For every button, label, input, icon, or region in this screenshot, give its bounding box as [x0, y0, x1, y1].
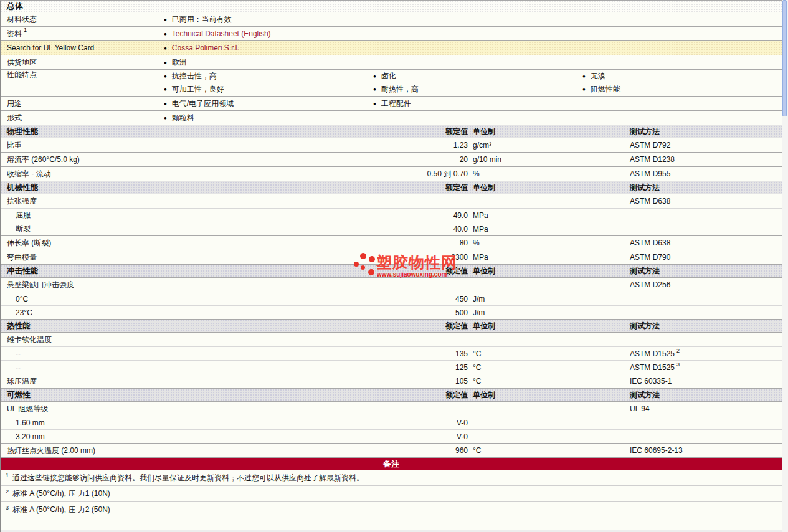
footnote-text: 通过这些链接您能够访问供应商资料。我们尽量保证及时更新资料；不过您可以从供应商处…: [12, 473, 364, 483]
bullet-text: 欧洲: [172, 57, 187, 68]
property-unit: MPa: [468, 253, 630, 262]
bullet-item: ●阻燃性能: [582, 83, 788, 96]
bullet-icon: ●: [164, 31, 167, 37]
property-value: 450: [250, 295, 468, 303]
general-rows: 材料状态●已商用：当前有效资料1●Technical Datasheet (En…: [1, 12, 782, 125]
bullet-icon: ●: [373, 101, 376, 107]
property-row: 热灯丝点火温度 (2.00 mm)960°CIEC 60695-2-13: [1, 443, 782, 457]
property-unit: %: [468, 239, 630, 247]
row-label-text: Search for UL Yellow Card: [7, 44, 94, 52]
bullet-icon: ●: [164, 45, 167, 51]
row-label[interactable]: Search for UL Yellow Card: [1, 44, 160, 52]
unit-header: 单位制: [468, 321, 630, 331]
row-label: 性能特点: [1, 70, 160, 80]
bullet-item: ●无溴: [582, 70, 788, 83]
unit-header: 单位制: [468, 390, 630, 401]
scrollbar-thumb[interactable]: [782, 0, 787, 116]
test-method-header: 测试方法: [630, 266, 782, 277]
property-sections: 物理性能额定值单位制测试方法比重1.23g/cm³ASTM D792熔流率 (2…: [1, 125, 782, 457]
property-row: 3.20 mmV-0: [1, 429, 782, 443]
property-value: 2300: [250, 253, 468, 262]
test-method: ASTM D955: [630, 169, 782, 178]
section-title: 热性能: [1, 321, 250, 331]
bullet-text: 工程配件: [381, 98, 411, 109]
test-method-header: 测试方法: [630, 390, 782, 401]
property-value: V-0: [250, 432, 468, 441]
bullet-item: ●可加工性，良好: [164, 83, 369, 96]
section-title: 物理性能: [1, 126, 250, 137]
property-row: 断裂40.0MPa: [1, 222, 782, 235]
property-name: 断裂: [1, 224, 250, 234]
property-unit: °C: [468, 349, 630, 358]
section-header: 冲击性能额定值单位制测试方法: [1, 264, 782, 277]
property-value: 1.23: [250, 141, 468, 150]
row-label: 资料1: [1, 29, 160, 39]
property-row: 熔流率 (260°C/5.0 kg)20g/10 minASTM D1238: [1, 152, 782, 166]
property-unit: J/m: [468, 295, 630, 303]
unit-header: 单位制: [468, 126, 630, 137]
link[interactable]: Technical Datasheet (English): [172, 29, 271, 38]
rated-value-header: 额定值: [250, 321, 468, 331]
section-header: 物理性能额定值单位制测试方法: [1, 125, 782, 138]
property-row: 维卡软化温度: [1, 332, 782, 346]
property-row: 抗张强度ASTM D638: [1, 194, 782, 208]
section-header: 可燃性额定值单位制测试方法: [1, 388, 782, 401]
property-name: 伸长率 (断裂): [1, 238, 250, 249]
bullet-item: ●工程配件: [373, 97, 579, 110]
row-label-text: 性能特点: [7, 70, 37, 79]
bullet-column: ●颗粒料: [160, 112, 369, 125]
bullet-column: ●工程配件: [369, 97, 579, 110]
test-method: ASTM D638: [630, 239, 782, 247]
link[interactable]: Cossa Polimeri S.r.l.: [172, 44, 239, 52]
bullet-text: 阻燃性能: [591, 84, 620, 95]
test-method-header: 测试方法: [630, 183, 782, 193]
bullet-item: ●欧洲: [164, 56, 369, 69]
property-name: 悬壁梁缺口冲击强度: [1, 280, 250, 290]
property-name: --: [1, 349, 250, 358]
bullet-icon: ●: [582, 87, 586, 92]
bullet-column: ●电气/电子应用领域: [160, 97, 369, 110]
general-row: 供货地区●欧洲: [1, 55, 782, 69]
bullet-column: ●抗撞击性，高●可加工性，良好: [160, 70, 369, 96]
test-method: ASTM D790: [630, 253, 782, 262]
property-value: 135: [250, 349, 468, 358]
bullet-text: 可加工性，良好: [172, 84, 224, 95]
property-value: 960: [250, 446, 468, 455]
test-method-header: 测试方法: [630, 126, 782, 137]
property-value: 105: [250, 377, 468, 386]
test-method: IEC 60335-1: [630, 377, 782, 386]
footnote-ref: 3: [676, 361, 680, 368]
property-row: UL 阻燃等级UL 94: [1, 401, 782, 416]
property-unit: MPa: [468, 225, 630, 234]
property-value: 0.50 到 0.70: [250, 169, 468, 179]
test-method-header: 测试方法: [630, 321, 782, 331]
unit-header: 单位制: [468, 183, 630, 193]
row-label-text: 资料: [7, 29, 22, 38]
bottom-band: [1, 530, 782, 532]
test-method: ASTM D792: [630, 141, 782, 150]
property-unit: J/m: [468, 308, 630, 317]
test-method: ASTM D638: [630, 197, 782, 206]
bullet-text: 无溴: [591, 71, 605, 82]
datasheet-table: 总体 材料状态●已商用：当前有效资料1●Technical Datasheet …: [0, 0, 782, 532]
footnote-text: 标准 A (50°C/h), 压 力2 (50N): [12, 505, 110, 515]
bullet-icon: ●: [164, 74, 167, 79]
general-row: 材料状态●已商用：当前有效: [1, 12, 782, 26]
bullet-text: 耐热性，高: [381, 84, 419, 95]
bullet-text: 颗粒料: [172, 113, 194, 123]
property-name: 热灯丝点火温度 (2.00 mm): [1, 445, 250, 456]
property-name: 1.60 mm: [1, 419, 250, 427]
next-table-divider: [74, 526, 74, 532]
property-row: 1.60 mmV-0: [1, 416, 782, 429]
section-title: 机械性能: [1, 183, 250, 193]
property-row: 收缩率 - 流动0.50 到 0.70%ASTM D955: [1, 166, 782, 181]
property-value: 125: [250, 363, 468, 372]
row-label-text: 用途: [7, 99, 22, 108]
section-header: 热性能额定值单位制测试方法: [1, 319, 782, 332]
bullet-item: ●抗撞击性，高: [164, 70, 369, 83]
general-row: 性能特点●抗撞击性，高●可加工性，良好●卤化●耐热性，高●无溴●阻燃性能: [1, 69, 782, 96]
property-row: --135°CASTM D15252: [1, 346, 782, 360]
property-name: 比重: [1, 140, 250, 151]
property-row: 悬壁梁缺口冲击强度ASTM D256: [1, 277, 782, 292]
property-unit: MPa: [468, 211, 630, 220]
